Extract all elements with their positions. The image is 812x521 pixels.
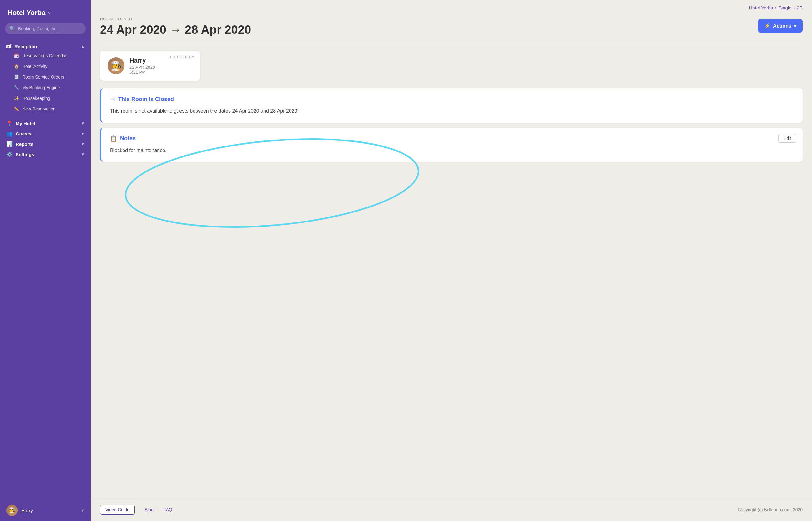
- my-hotel-chevron-icon: ∨: [81, 121, 85, 126]
- avatar: 👨‍🍳: [6, 505, 18, 516]
- reception-icon: 🛋: [6, 44, 11, 49]
- reservations-calendar-label: Reservations Calendar: [22, 53, 67, 58]
- hotel-chevron-icon: ∨: [48, 10, 51, 15]
- user-chevron-icon: ∨: [81, 508, 85, 513]
- bolt-icon: ⚡: [764, 23, 770, 29]
- hotel-activity-label: Hotel Activity: [22, 64, 47, 69]
- search-box[interactable]: 🔍: [5, 23, 86, 34]
- booking-engine-icon: 🔧: [14, 85, 19, 90]
- sidebar-item-my-hotel[interactable]: 📍 My Hotel ∨: [0, 117, 91, 128]
- housekeeping-label: Housekeeping: [22, 96, 50, 101]
- sidebar-item-hotel-activity[interactable]: 🏠 Hotel Activity: [0, 61, 91, 72]
- reports-label: Reports: [16, 141, 33, 147]
- breadcrumb-room-type[interactable]: Single: [779, 5, 792, 10]
- my-hotel-label: My Hotel: [16, 121, 35, 126]
- settings-icon: ⚙️: [6, 152, 13, 157]
- sidebar-item-housekeeping[interactable]: ✨ Housekeeping: [0, 93, 91, 104]
- sidebar-item-room-service-orders[interactable]: 🧾 Room Service Orders: [0, 72, 91, 82]
- faq-link[interactable]: FAQ: [164, 507, 172, 512]
- new-reservation-label: New Reservation: [22, 106, 56, 111]
- room-closed-card-body: This room is not available to guests bet…: [110, 107, 794, 115]
- actions-button[interactable]: ⚡ Actions ▾: [758, 19, 803, 32]
- video-guide-button[interactable]: Video Guide: [100, 505, 135, 515]
- room-closed-card: ⊣ This Room Is Closed This room is not a…: [100, 88, 803, 123]
- notes-card-body: Blocked for maintenance.: [110, 146, 794, 155]
- guests-chevron-icon: ∨: [81, 131, 85, 136]
- notes-card-title: Notes: [120, 135, 136, 142]
- hotel-name: Hotel Yorba: [7, 9, 45, 17]
- sidebar-item-new-reservation[interactable]: ✏️ New Reservation: [0, 104, 91, 114]
- footer-copyright: Copyright (c) Bellebnb.com, 2020: [738, 507, 803, 512]
- room-closed-card-icon: ⊣: [110, 96, 115, 103]
- blocked-by-label: BLOCKED BY: [169, 55, 194, 59]
- hotel-activity-icon: 🏠: [14, 64, 19, 69]
- actions-label: Actions: [773, 23, 791, 29]
- edit-button[interactable]: Edit: [778, 134, 796, 143]
- booking-engine-label: My Booking Engine: [22, 85, 60, 90]
- sidebar-item-guests[interactable]: 👥 Guests ∨: [0, 128, 91, 138]
- page-title: 24 Apr 2020 → 28 Apr 2020: [100, 23, 251, 37]
- sidebar-item-reports[interactable]: 📊 Reports ∨: [0, 138, 91, 148]
- breadcrumb: Hotel Yorba › Single › 2B: [749, 5, 803, 10]
- footer-sep2: ·: [158, 507, 159, 512]
- breadcrumb-hotel[interactable]: Hotel Yorba: [749, 5, 773, 10]
- sidebar-header[interactable]: Hotel Yorba ∨: [0, 0, 91, 23]
- my-hotel-icon: 📍: [6, 120, 13, 127]
- user-name: Harry: [21, 508, 33, 513]
- blocked-by-name: Harry: [129, 57, 155, 64]
- room-closed-card-title: This Room Is Closed: [118, 96, 174, 103]
- user-menu[interactable]: 👨‍🍳 Harry ∨: [0, 500, 91, 521]
- settings-chevron-icon: ∨: [81, 152, 85, 157]
- breadcrumb-room[interactable]: 2B: [797, 5, 803, 10]
- top-bar: Hotel Yorba › Single › 2B: [91, 0, 812, 14]
- blocked-by-date: 22 APR 2020: [129, 65, 155, 69]
- reservations-calendar-icon: 📅: [14, 53, 19, 58]
- room-service-icon: 🧾: [14, 74, 19, 80]
- settings-label: Settings: [16, 152, 34, 157]
- search-input[interactable]: [18, 26, 81, 31]
- reception-label: Reception: [15, 44, 37, 49]
- guests-icon: 👥: [6, 131, 13, 137]
- main-content: Hotel Yorba › Single › 2B ROOM CLOSED 24…: [91, 0, 812, 521]
- reports-chevron-icon: ∨: [81, 142, 85, 146]
- reports-icon: 📊: [6, 141, 13, 147]
- blog-link[interactable]: Blog: [145, 507, 153, 512]
- sidebar-item-reservations-calendar[interactable]: 📅 Reservations Calendar: [0, 50, 91, 61]
- sidebar: Hotel Yorba ∨ 🔍 🛋 Reception ∧ 📅 Reservat…: [0, 0, 91, 521]
- reception-chevron-icon: ∧: [81, 44, 85, 49]
- room-closed-label: ROOM CLOSED: [100, 17, 251, 21]
- room-service-label: Room Service Orders: [22, 74, 65, 80]
- notes-card: Edit 📋 Notes Blocked for maintenance.: [100, 128, 803, 162]
- page-footer: Video Guide · Blog · FAQ Copyright (c) B…: [91, 498, 812, 521]
- housekeeping-icon: ✨: [14, 96, 19, 101]
- page-header: ROOM CLOSED 24 Apr 2020 → 28 Apr 2020 ⚡ …: [91, 14, 812, 43]
- blocked-by-avatar: 👨‍🍳: [108, 57, 124, 74]
- blocked-by-card: BLOCKED BY 👨‍🍳 Harry 22 APR 2020 5:21 PM: [100, 51, 200, 81]
- notes-icon: 📋: [110, 135, 117, 142]
- new-reservation-icon: ✏️: [14, 106, 19, 111]
- breadcrumb-sep2: ›: [793, 5, 795, 10]
- breadcrumb-sep1: ›: [775, 5, 777, 10]
- actions-dropdown-icon: ▾: [794, 23, 796, 29]
- sidebar-item-reception[interactable]: 🛋 Reception ∧: [0, 40, 91, 50]
- blocked-by-time: 5:21 PM: [129, 70, 155, 74]
- footer-sep1: ·: [139, 507, 140, 512]
- search-icon: 🔍: [9, 26, 16, 31]
- guests-label: Guests: [16, 131, 31, 136]
- sidebar-item-my-booking-engine[interactable]: 🔧 My Booking Engine: [0, 82, 91, 93]
- content-area: BLOCKED BY 👨‍🍳 Harry 22 APR 2020 5:21 PM…: [91, 43, 812, 275]
- sidebar-item-settings[interactable]: ⚙️ Settings ∨: [0, 148, 91, 159]
